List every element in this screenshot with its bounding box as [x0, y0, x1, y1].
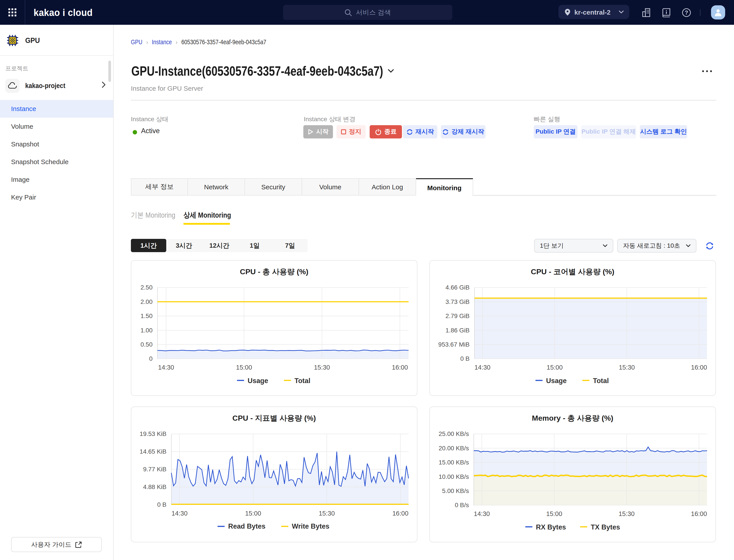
svg-text:14:30: 14:30 [474, 510, 490, 517]
svg-text:Total: Total [593, 377, 609, 385]
svg-text:0: 0 [149, 355, 153, 362]
svg-text:16:00: 16:00 [691, 510, 707, 517]
svg-text:0 B: 0 B [157, 501, 167, 508]
svg-text:0.50: 0.50 [141, 341, 153, 348]
svg-text:0 B: 0 B [460, 355, 469, 362]
svg-text:15.00 KB/s: 15.00 KB/s [438, 459, 469, 466]
svg-text:Usage: Usage [248, 377, 268, 385]
svg-text:RX Bytes: RX Bytes [536, 523, 566, 531]
svg-text:CPU - 코어별 사용량 (%): CPU - 코어별 사용량 (%) [531, 267, 614, 276]
svg-text:15:30: 15:30 [314, 364, 330, 371]
svg-text:Write Bytes: Write Bytes [292, 522, 330, 530]
svg-text:4.88 KiB: 4.88 KiB [143, 483, 167, 490]
svg-text:Read Bytes: Read Bytes [228, 522, 266, 530]
svg-text:2.50: 2.50 [141, 284, 153, 291]
svg-text:Usage: Usage [546, 377, 567, 385]
svg-text:Total: Total [295, 377, 311, 385]
svg-text:1.50: 1.50 [141, 313, 153, 319]
svg-text:953.67 MiB: 953.67 MiB [438, 341, 469, 348]
svg-text:16:00: 16:00 [392, 364, 408, 371]
svg-text:19.53 KiB: 19.53 KiB [140, 430, 167, 437]
svg-text:15:00: 15:00 [245, 510, 261, 517]
svg-text:?: ? [685, 10, 688, 16]
svg-text:1.00: 1.00 [141, 327, 153, 334]
svg-text:2.00: 2.00 [141, 298, 153, 305]
svg-text:1.86 GiB: 1.86 GiB [445, 327, 469, 334]
svg-text:10.00 KB/s: 10.00 KB/s [438, 473, 469, 480]
svg-text:5.00 KB/s: 5.00 KB/s [442, 487, 469, 494]
svg-text:9.77 KiB: 9.77 KiB [143, 466, 167, 473]
svg-text:15:30: 15:30 [319, 510, 335, 517]
svg-text:14:30: 14:30 [158, 364, 174, 371]
svg-text:3.73 GiB: 3.73 GiB [445, 298, 469, 305]
svg-text:Memory - 총 사용량 (%): Memory - 총 사용량 (%) [532, 414, 613, 422]
svg-text:CPU - 총 사용량 (%): CPU - 총 사용량 (%) [240, 267, 309, 276]
svg-text:25.00 KB/s: 25.00 KB/s [438, 430, 469, 437]
svg-text:14:30: 14:30 [474, 364, 490, 371]
svg-text:15:00: 15:00 [546, 510, 562, 517]
svg-text:15:00: 15:00 [236, 364, 252, 371]
svg-text:20.00 KB/s: 20.00 KB/s [438, 445, 469, 452]
svg-text:15:30: 15:30 [619, 364, 635, 371]
svg-text:14.65 KiB: 14.65 KiB [140, 448, 167, 455]
svg-text:16:00: 16:00 [392, 510, 408, 517]
svg-text:14:30: 14:30 [172, 510, 188, 517]
svg-text:0 B/s: 0 B/s [455, 502, 469, 508]
svg-text:2.79 GiB: 2.79 GiB [445, 313, 469, 319]
svg-text:4.66 GiB: 4.66 GiB [445, 284, 469, 291]
svg-text:16:00: 16:00 [691, 364, 707, 371]
svg-text:TX Bytes: TX Bytes [591, 523, 620, 531]
svg-text:15:30: 15:30 [619, 510, 635, 517]
svg-text:15:00: 15:00 [547, 364, 563, 371]
svg-text:CPU - 지표별 사용량 (%): CPU - 지표별 사용량 (%) [232, 414, 316, 422]
